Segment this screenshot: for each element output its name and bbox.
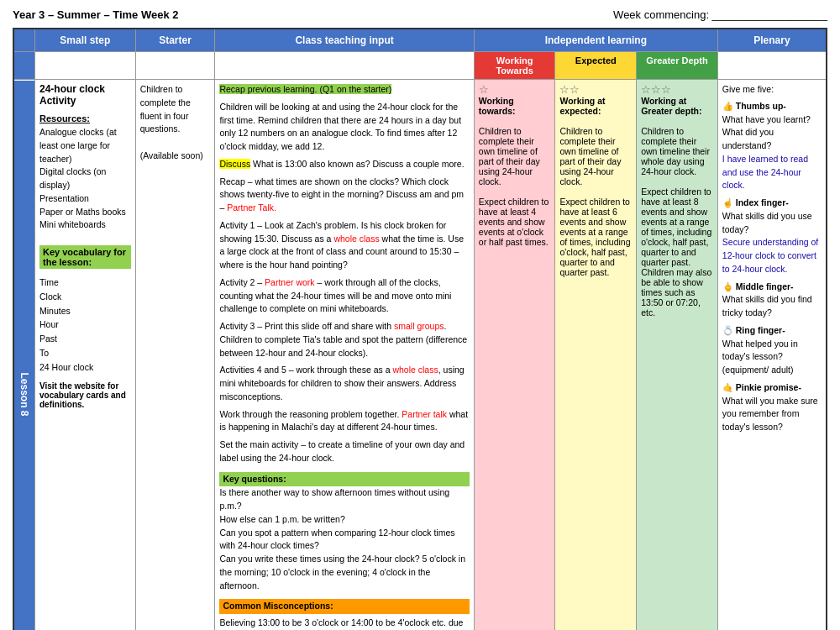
week-commencing: Week commencing: ___________________ <box>613 8 827 21</box>
plenary-cell: Give me five: 👍 Thumbs up- What have you… <box>717 80 827 631</box>
misconceptions-section: Common Misconceptions: Believing 13:00 t… <box>219 599 469 630</box>
question1: Is there another way to show afternoon t… <box>219 486 469 513</box>
website-note: Visit the website for vocabulary cards a… <box>39 381 131 409</box>
discuss-highlight: Discuss <box>219 159 250 169</box>
vocab-list: TimeClockMinutesHourPastTo24 Hour clock <box>39 276 131 375</box>
teaching-header: Class teaching input <box>215 29 474 52</box>
starter-header: Starter <box>135 29 215 52</box>
thumb-icon: 👍 Thumbs up- <box>722 101 786 111</box>
thumb-blue: I have learned to read and use the 24-ho… <box>722 154 808 191</box>
key-vocab-label: Key vocabulary for the lesson: <box>39 245 131 269</box>
wt-expect: Expect children to have at least 4 event… <box>479 197 551 247</box>
sub-expected: Expected <box>555 52 637 80</box>
ring-text: What helped you in today's lesson? (equi… <box>722 339 798 375</box>
greater-depth-cell: ☆☆☆ Working at Greater depth: Children t… <box>637 80 718 631</box>
sub-header-row: Working Towards Expected Greater Depth <box>13 52 827 80</box>
teaching-set-main: Set the main activity – to create a time… <box>219 438 469 465</box>
question3: Can you spot a pattern when comparing 12… <box>219 527 469 554</box>
sub-lesson <box>13 52 35 80</box>
lesson-label: Lesson <box>18 373 30 408</box>
resources-text: Analogue clocks (at least one large for … <box>39 126 131 232</box>
lesson-number: 8 <box>18 411 30 417</box>
index-text: What skills did you use today? <box>722 211 812 234</box>
sub-greater-depth: Greater Depth <box>637 52 718 80</box>
recap-highlight: Recap previous learning. (Q1 on the star… <box>219 84 391 94</box>
resources-header: Resources: <box>39 113 131 123</box>
middle-icon: 🖕 Middle finger- <box>722 281 794 291</box>
teaching-activity3: Activity 3 – Print this slide off and sh… <box>219 320 469 360</box>
main-table: Small step Starter Class teaching input … <box>13 28 827 630</box>
small-step-header: Small step <box>35 29 136 52</box>
teaching-recap2: Recap – what times are shown on the cloc… <box>219 176 469 215</box>
question4: Can you write these times using the 24-h… <box>219 553 469 592</box>
gd-text: Children to complete their own timeline … <box>641 126 713 176</box>
independent-header: Independent learning <box>474 29 717 52</box>
page-header: Year 3 – Summer – Time Week 2 Week comme… <box>13 8 827 21</box>
teaching-recap: Recap previous learning. (Q1 on the star… <box>219 83 469 97</box>
page-title: Year 3 – Summer – Time Week 2 <box>13 8 179 21</box>
column-header-row: Small step Starter Class teaching input … <box>13 29 827 52</box>
question2: How else can 1 p.m. be written? <box>219 513 469 527</box>
teaching-intro: Children will be looking at and using th… <box>219 101 469 154</box>
exp-expect: Expect children to have at least 6 event… <box>559 197 632 277</box>
sub-starter <box>135 52 215 80</box>
small-step-title: 24-hour clock Activity <box>39 83 131 107</box>
teaching-discuss: Discuss What is 13:00 also known as? Dis… <box>219 158 469 171</box>
plenary-thumb: 👍 Thumbs up- What have you learnt? What … <box>722 100 822 192</box>
pinkie-icon: 🤙 Pinkie promise- <box>722 382 801 392</box>
wt-text: Children to complete their own timeline … <box>479 126 551 186</box>
misconception1: Believing 13:00 to be 3 o'clock or 14:00… <box>219 617 469 630</box>
small-step-cell: 24-hour clock Activity Resources: Analog… <box>35 80 136 631</box>
lesson-number-cell: Lesson 8 <box>13 80 35 631</box>
teaching-activity4: Activities 4 and 5 – work through these … <box>219 364 469 403</box>
exp-stars: ☆☆ <box>559 83 632 96</box>
sub-teaching <box>215 52 474 80</box>
starter-cell: Children to complete the fluent in four … <box>135 80 215 631</box>
plenary-header: Plenary <box>717 29 827 52</box>
wt-title: Working towards: <box>479 96 551 116</box>
plenary-middle: 🖕 Middle finger- What skills did you fin… <box>722 281 822 320</box>
key-questions-label: Key questions: <box>219 472 469 487</box>
sub-plenary <box>717 52 827 80</box>
starter-available: (Available soon) <box>140 150 211 163</box>
sub-small-step <box>35 52 136 80</box>
exp-text: Children to complete their own timeline … <box>559 126 632 186</box>
teaching-activity2: Activity 2 – Partner work – work through… <box>219 276 469 316</box>
teaching-cell: Recap previous learning. (Q1 on the star… <box>215 80 474 631</box>
gd-stars: ☆☆☆ <box>641 83 713 96</box>
expected-cell: ☆☆ Working at expected: Children to comp… <box>555 80 637 631</box>
wt-stars: ☆ <box>479 83 551 96</box>
sub-working-towards: Working Towards <box>474 52 555 80</box>
index-icon: ☝ Index finger- <box>722 197 789 207</box>
teaching-activity1: Activity 1 – Look at Zach's problem. Is … <box>219 219 469 272</box>
index-blue: Secure understanding of 12-hour clock to… <box>722 237 818 274</box>
starter-text: Children to complete the fluent in four … <box>140 83 211 136</box>
key-questions-section: Key questions: Is there another way to s… <box>219 472 469 593</box>
lesson-header <box>13 29 35 52</box>
teaching-reasoning: Work through the reasoning problem toget… <box>219 408 469 435</box>
middle-text: What skills did you find tricky today? <box>722 294 812 318</box>
gd-title: Working at Greater depth: <box>641 96 713 116</box>
thumb-text: What have you learnt? What did you under… <box>722 114 811 151</box>
plenary-ring: 💍 Ring finger- What helped you in today'… <box>722 324 822 377</box>
plenary-pinkie: 🤙 Pinkie promise- What will you make sur… <box>722 381 822 434</box>
working-towards-cell: ☆ Working towards: Children to complete … <box>474 80 555 631</box>
ring-icon: 💍 Ring finger- <box>722 325 785 335</box>
pinkie-text: What will you make sure you remember fro… <box>722 396 818 433</box>
gd-expect: Expect children to have at least 8 event… <box>641 186 713 318</box>
plenary-intro: Give me five: <box>722 83 822 97</box>
main-content-row: Lesson 8 24-hour clock Activity Resource… <box>13 80 827 631</box>
plenary-index: ☝ Index finger- What skills did you use … <box>722 197 822 276</box>
misconceptions-label: Common Misconceptions: <box>219 599 469 614</box>
exp-title: Working at expected: <box>559 96 632 116</box>
